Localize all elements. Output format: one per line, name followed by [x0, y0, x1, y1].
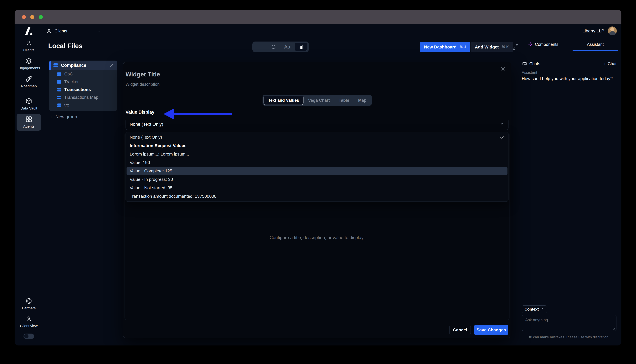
person-icon [26, 316, 32, 322]
tree-item-transactions-map[interactable]: Transactions Map [49, 94, 117, 101]
sidebar-item-label: Clients [23, 48, 34, 52]
add-widget-shortcut: ⌘ K [501, 45, 509, 49]
arrow-shaft [173, 113, 232, 115]
sidebar-item-agents[interactable]: Agents [17, 114, 41, 131]
logo-icon [24, 27, 33, 35]
resize-handle[interactable] [612, 327, 615, 330]
file-group-header[interactable]: Compliance [49, 60, 117, 70]
grid-icon [26, 116, 32, 122]
sidebar-item-label: Partners [22, 306, 36, 310]
tree-item-tracker[interactable]: Tracker [49, 78, 117, 86]
cube-icon [26, 98, 32, 104]
context-selector-button[interactable]: Context [522, 306, 547, 313]
sidebar-item-roadmap[interactable]: Roadmap [17, 74, 41, 90]
dropdown-option-transaction-amount[interactable]: Transaction amount documented: 137500000 [126, 192, 508, 200]
dataset-icon [57, 103, 62, 108]
sidebar-item-data-vault[interactable]: Data Vault [17, 96, 41, 113]
sidebar-item-partners[interactable]: Partners [17, 296, 41, 312]
new-dashboard-label: New Dashboard [424, 44, 457, 50]
add-widget-button[interactable]: Add Widget ⌘ K [471, 42, 513, 52]
dropdown-option-lorem[interactable]: Lorem ipsum...: Lorem ipsum... [126, 150, 508, 158]
rocket-icon [26, 76, 32, 82]
option-label: Value - In progress: 30 [130, 177, 173, 182]
dropdown-option-value-not-started[interactable]: Value - Not started: 35 [126, 184, 508, 192]
value-display-select[interactable]: None (Text Only) [126, 119, 508, 130]
person-icon [26, 40, 32, 46]
modal-close-button[interactable] [501, 66, 505, 71]
widget-title-input[interactable]: Widget Title [126, 71, 160, 78]
main-header: Clients Liberty LLP [43, 24, 621, 38]
tree-item-cbc[interactable]: CbC [49, 70, 117, 78]
option-label: None (Text Only) [130, 135, 162, 140]
tab-map[interactable]: Map [354, 96, 371, 105]
assistant-disclaimer: t0 can make mistakes. Please use with di… [517, 335, 621, 339]
account-area[interactable]: Liberty LLP [582, 26, 617, 36]
chevron-up-down-icon [541, 308, 544, 311]
tab-components[interactable]: Components [517, 38, 569, 51]
dropdown-group-header: Information Request Values [126, 142, 508, 150]
close-group-button[interactable] [110, 63, 114, 68]
toggle-knob [24, 334, 29, 338]
tree-item-label: Transactions Map [64, 95, 98, 100]
refresh-icon [271, 44, 276, 50]
clients-scope-label: Clients [55, 28, 67, 34]
sidebar-item-label: Client view [20, 324, 38, 328]
chevron-up-down-icon [500, 122, 504, 126]
check-icon [500, 135, 504, 140]
preview-empty-message: Configure a title, description, or value… [125, 235, 509, 240]
window-close-button[interactable] [22, 15, 26, 19]
center-content: Local Files [43, 38, 517, 346]
sidebar-item-client-view[interactable]: Client view [17, 314, 41, 330]
app-logo[interactable] [15, 24, 43, 38]
widget-editor-modal: Widget Title Widget description Text and… [123, 62, 511, 338]
tree-item-trx[interactable]: trx [49, 101, 117, 109]
dropdown-option-none[interactable]: None (Text Only) [126, 133, 508, 142]
app-window: Clients Engagements [15, 10, 621, 346]
text-tool-button[interactable]: Aa [281, 42, 293, 51]
chevron-down-icon [97, 29, 101, 33]
bar-chart-icon [298, 44, 304, 50]
annotation-arrow [163, 109, 232, 119]
arrow-head [163, 109, 174, 119]
sidebar-item-engagements[interactable]: Engagements [17, 56, 41, 72]
cancel-button[interactable]: Cancel [449, 325, 471, 335]
group-name: Compliance [61, 63, 86, 68]
option-label: Value - Not started: 35 [130, 185, 172, 190]
new-dashboard-button[interactable]: New Dashboard ⌘ J [420, 42, 470, 52]
dropdown-option-value-in-progress[interactable]: Value - In progress: 30 [126, 175, 508, 184]
new-group-label: New group [56, 114, 77, 120]
tree-item-transactions[interactable]: Transactions [49, 86, 117, 94]
widget-type-tabs: Text and Values Vega Chart Table Map [262, 95, 372, 106]
dropdown-option-value[interactable]: Value: 190 [126, 158, 508, 167]
avatar[interactable] [608, 26, 617, 36]
save-changes-button[interactable]: Save Changes [474, 325, 508, 335]
client-view-toggle[interactable] [24, 334, 34, 339]
widget-description-input[interactable]: Widget description [126, 82, 160, 87]
sidebar-item-clients[interactable]: Clients [17, 38, 41, 54]
tree-item-label: trx [64, 102, 69, 108]
context-label: Context [524, 307, 539, 312]
ask-input-wrap [522, 315, 616, 331]
tree-item-label: CbC [64, 72, 73, 76]
refresh-tool-button[interactable] [268, 42, 279, 51]
clients-scope-select[interactable]: Clients [47, 28, 101, 34]
sidebar-item-label: Data Vault [20, 106, 37, 110]
window-titlebar [15, 10, 621, 24]
assistant-sender-label: Assistant [522, 70, 537, 75]
plus-icon [257, 44, 263, 50]
tab-table[interactable]: Table [335, 96, 354, 105]
new-group-button[interactable]: + New group [50, 114, 77, 120]
dropdown-option-value-complete[interactable]: Value - Complete: 125 [127, 167, 507, 175]
chart-tool-button[interactable] [295, 42, 307, 51]
ask-anything-input[interactable] [522, 315, 616, 331]
tab-vega-chart[interactable]: Vega Chart [304, 96, 334, 105]
add-tool-button[interactable] [254, 42, 266, 51]
tab-text-and-values[interactable]: Text and Values [263, 96, 303, 105]
tab-assistant[interactable]: Assistant [569, 38, 621, 51]
window-zoom-button[interactable] [39, 15, 43, 19]
components-icon [528, 42, 533, 47]
window-minimize-button[interactable] [30, 15, 34, 19]
group-accent-bar [49, 60, 51, 70]
new-chat-button[interactable]: + Chat [604, 62, 616, 66]
tree-item-label: Tracker [64, 79, 79, 84]
